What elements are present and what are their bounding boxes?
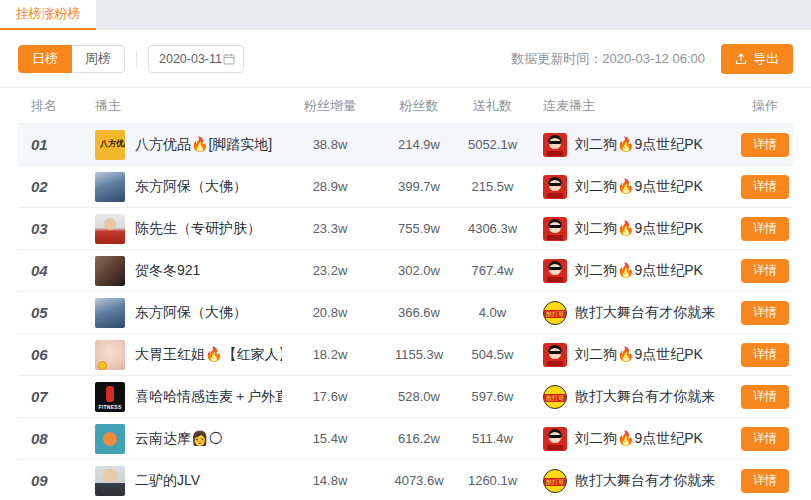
detail-button[interactable]: 详情 [741,385,789,409]
streamer-name: 东方阿保（大佛） [135,304,247,322]
cohost-name: 刘二狗🔥9点世纪PK [575,346,703,364]
fan-count: 302.0w [378,263,460,278]
tab-strip: 挂榜涨粉榜 [0,0,811,30]
fan-increase: 17.6w [282,389,378,404]
fan-count: 399.7w [378,179,460,194]
fan-count: 1155.3w [378,347,460,362]
daily-rank-button[interactable]: 日榜 [18,45,72,73]
detail-button[interactable]: 详情 [741,427,789,451]
cohost-avatar-sanda: 散打哥 [543,301,567,325]
streamer-name: 东方阿保（大佛） [135,178,247,196]
detail-button[interactable]: 详情 [741,343,789,367]
header-rank: 排名 [18,97,80,115]
date-picker[interactable]: 2020-03-11 [148,45,244,73]
cohost-name: 刘二狗🔥9点世纪PK [575,220,703,238]
weekly-rank-button[interactable]: 周榜 [72,45,125,73]
rank: 06 [18,346,80,363]
streamer-avatar: FITNESS [95,382,125,412]
data-update-time: 数据更新时间：2020-03-12 06:00 [511,50,705,68]
rank: 01 [18,136,80,153]
streamer-name: 二驴的JLV [135,472,200,490]
header-cohost: 连麦播主 [525,97,737,115]
cohost-name: 刘二狗🔥9点世纪PK [575,178,703,196]
streamer-avatar [95,298,125,328]
streamer-name: 喜哈哈情感连麦＋户外直播 [135,388,282,406]
rank: 08 [18,430,80,447]
export-button[interactable]: 导出 [721,44,793,74]
rank: 07 [18,388,80,405]
fan-increase: 23.2w [282,263,378,278]
gift-count: 504.5w [460,347,525,362]
detail-button[interactable]: 详情 [741,133,789,157]
rank: 09 [18,472,80,489]
fan-increase: 20.8w [282,305,378,320]
rank: 05 [18,304,80,321]
table-row: 06 大胃王红姐🔥【红家人】 18.2w 1155.3w 504.5w 刘二狗🔥… [18,333,793,375]
gift-count: 4.0w [460,305,525,320]
gift-count: 767.4w [460,263,525,278]
detail-button[interactable]: 详情 [741,175,789,199]
gift-count: 215.5w [460,179,525,194]
toolbar: 日榜 周榜 2020-03-11 数据更新时间：2020-03-12 06:00… [0,30,811,88]
streamer-avatar [95,466,125,496]
cohost-avatar-liuergou [543,217,567,241]
ranking-table: 排名 播主 粉丝增量 粉丝数 送礼数 连麦播主 操作 01 八方优品 八方优品🔥… [0,88,811,500]
detail-button[interactable]: 详情 [741,217,789,241]
cohost-avatar-sanda: 散打哥 [543,469,567,493]
streamer-avatar [95,424,125,454]
cohost-name: 刘二狗🔥9点世纪PK [575,136,703,154]
table-row: 09 二驴的JLV 14.8w 4073.6w 1260.1w 散打哥 散打大舞… [18,459,793,500]
period-toggle: 日榜 周榜 [18,45,125,73]
gift-count: 5052.1w [460,137,525,152]
fan-count: 755.9w [378,221,460,236]
header-gift-count: 送礼数 [460,97,525,115]
cohost-avatar-liuergou [543,259,567,283]
gift-count: 4306.3w [460,221,525,236]
gift-count: 511.4w [460,431,525,446]
fan-increase: 28.9w [282,179,378,194]
streamer-name: 贺冬冬921 [135,262,200,280]
streamer-name: 大胃王红姐🔥【红家人】 [135,346,282,364]
streamer-name: 云南达摩👩🌕 [135,430,223,448]
table-row: 04 贺冬冬921 23.2w 302.0w 767.4w 刘二狗🔥9点世纪PK… [18,249,793,291]
cohost-avatar-liuergou [543,427,567,451]
table-row: 03 陈先生（专研护肤） 23.3w 755.9w 4306.3w 刘二狗🔥9点… [18,207,793,249]
gift-count: 597.6w [460,389,525,404]
verified-badge [98,361,107,370]
table-row: 01 八方优品 八方优品🔥[脚踏实地] 38.8w 214.9w 5052.1w… [18,123,793,165]
divider [136,51,137,67]
date-value: 2020-03-11 [159,52,222,66]
streamer-name: 八方优品🔥[脚踏实地] [135,136,272,154]
fan-count: 214.9w [378,137,460,152]
cohost-name: 刘二狗🔥9点世纪PK [575,430,703,448]
gift-count: 1260.1w [460,473,525,488]
streamer-avatar [95,340,125,370]
rank: 02 [18,178,80,195]
detail-button[interactable]: 详情 [741,259,789,283]
streamer-avatar: 八方优品 [95,130,125,160]
header-streamer: 播主 [80,97,282,115]
cohost-name: 刘二狗🔥9点世纪PK [575,262,703,280]
rank: 04 [18,262,80,279]
cohost-avatar-liuergou [543,133,567,157]
fan-count: 4073.6w [378,473,460,488]
detail-button[interactable]: 详情 [741,469,789,493]
cohost-avatar-liuergou [543,343,567,367]
fan-increase: 18.2w [282,347,378,362]
streamer-name: 陈先生（专研护肤） [135,220,261,238]
streamer-avatar [95,172,125,202]
fan-count: 366.6w [378,305,460,320]
tab-fan-growth-ranking[interactable]: 挂榜涨粉榜 [0,0,96,30]
rank: 03 [18,220,80,237]
detail-button[interactable]: 详情 [741,301,789,325]
cohost-name: 散打大舞台有才你就来 [575,304,715,322]
header-fan-count: 粉丝数 [378,97,460,115]
cohost-name: 散打大舞台有才你就来 [575,388,715,406]
fan-count: 528.0w [378,389,460,404]
streamer-avatar [95,256,125,286]
header-action: 操作 [737,97,793,115]
fan-increase: 38.8w [282,137,378,152]
upload-icon [735,53,747,65]
table-row: 07 FITNESS 喜哈哈情感连麦＋户外直播 17.6w 528.0w 597… [18,375,793,417]
cohost-avatar-liuergou [543,175,567,199]
